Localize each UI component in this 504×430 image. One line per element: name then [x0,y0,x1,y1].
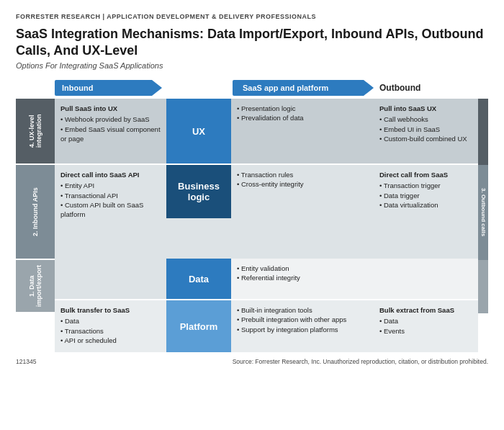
biz-label: Business logic [166,165,231,218]
row1-left: Bulk transfer to SaaS Data Transactions … [55,300,166,352]
list-item: Call webhooks [379,115,472,124]
right-label-spacer4 [478,99,488,165]
row4-left: Pull SaaS into UX Webhook provided by Sa… [55,99,166,164]
list-item: Transaction trigger [379,181,472,190]
footer: 121345 Source: Forrester Research, Inc. … [16,358,488,365]
row4-left-title: Pull SaaS into UX [60,104,161,113]
row-label-1: 1. Data import/export [16,260,55,312]
row4-far-right-title: Pull into SaaS UX [379,104,472,113]
ux-label: UX [166,99,231,164]
row1-left-title: Bulk transfer to SaaS [60,305,161,315]
row2-far-right: Direct call from SaaS Transaction trigge… [374,165,478,259]
list-item: Custom-build combined UX [379,134,472,143]
row2b-far-right [374,259,478,299]
list-item: Data [379,316,472,326]
row-label-4: 4. UX-level integration [16,99,55,164]
row2b-right-bullets: Entity validation Referential integrity [231,259,374,299]
row2-left: Direct call into SaaS API Entity API Tra… [55,165,166,259]
list-item: Support by integration platforms [237,325,368,334]
right-label-spacer1 [478,260,488,313]
center-area: Pull SaaS into UX Webhook provided by Sa… [55,99,478,352]
row-ux: Pull SaaS into UX Webhook provided by Sa… [55,99,478,164]
row2-far-right-title: Direct call from SaaS [379,170,472,179]
row1-far-right: Bulk extract from SaaS Data Events [374,300,478,352]
outbound-label: Outbound [379,83,420,93]
row-biz: Direct call into SaaS API Entity API Tra… [55,165,478,259]
row1-right-bullets: Built-in integration tools Prebuilt inte… [231,300,374,352]
row1-far-right-title: Bulk extract from SaaS [379,305,472,315]
row4-left-bullets: Webhook provided by SaaS Embed SaaS visu… [60,115,161,143]
list-item: Custom API built on SaaS platform [60,200,161,220]
list-item: Transactional API [60,191,161,200]
row-data: Data Entity validation Referential integ… [55,259,478,299]
row2-left-title: Direct call into SaaS API [60,170,161,179]
list-item: Presentation logic [237,104,368,113]
list-item: Prebuilt integration with other apps [237,315,368,324]
list-item: Data [60,316,161,326]
saas-label: SaaS app and platform [243,84,328,92]
inbound-label: Inbound [62,84,93,92]
list-item: Entity API [60,181,161,190]
list-item: Entity validation [237,264,368,273]
list-item: Webhook provided by SaaS [60,115,161,124]
right-labels: 3. Outbound calls [478,99,488,352]
list-item: Data virtualization [379,200,472,210]
row2b-left [55,259,166,299]
platform-label: Platform [166,300,231,352]
list-item: Prevalidation of data [237,113,368,122]
diagram: Inbound SaaS app and platform Outbound 4… [16,80,488,352]
top-label: FORRESTER RESEARCH | APPLICATION DEVELOP… [16,13,488,20]
row4-far-right: Pull into SaaS UX Call webhooks Embed UI… [374,99,478,164]
list-item: Transaction rules [237,170,368,179]
left-labels: 4. UX-level integration 2. Inbound APIs … [16,99,55,352]
list-item: Built-in integration tools [237,305,368,315]
row2-right-bullets: Transaction rules Cross-entity integrity [231,165,374,259]
right-label-3: 3. Outbound calls [478,165,488,260]
page-title: SaaS Integration Mechanisms: Data Import… [16,26,488,58]
list-item: Embed SaaS visual component or page [60,125,161,144]
row-platform: Bulk transfer to SaaS Data Transactions … [55,300,478,352]
list-item: Events [379,326,472,336]
list-item: Embed UI in SaaS [379,125,472,134]
list-item: API or scheduled [60,336,161,345]
data-label: Data [166,259,231,299]
subtitle: Options For Integrating SaaS Application… [16,61,488,70]
list-item: Data trigger [379,191,472,200]
list-item: Cross-entity integrity [237,179,368,189]
main-grid: 4. UX-level integration 2. Inbound APIs … [16,99,488,352]
footer-id: 121345 [16,358,36,365]
list-item: Transactions [60,326,161,336]
list-item: Referential integrity [237,273,368,282]
row-label-2: 2. Inbound APIs [16,165,55,259]
row4-right-bullets: Presentation logic Prevalidation of data [231,99,374,164]
arrow-row: Inbound SaaS app and platform Outbound [16,80,488,96]
footer-source: Source: Forrester Research, Inc. Unautho… [233,358,488,365]
